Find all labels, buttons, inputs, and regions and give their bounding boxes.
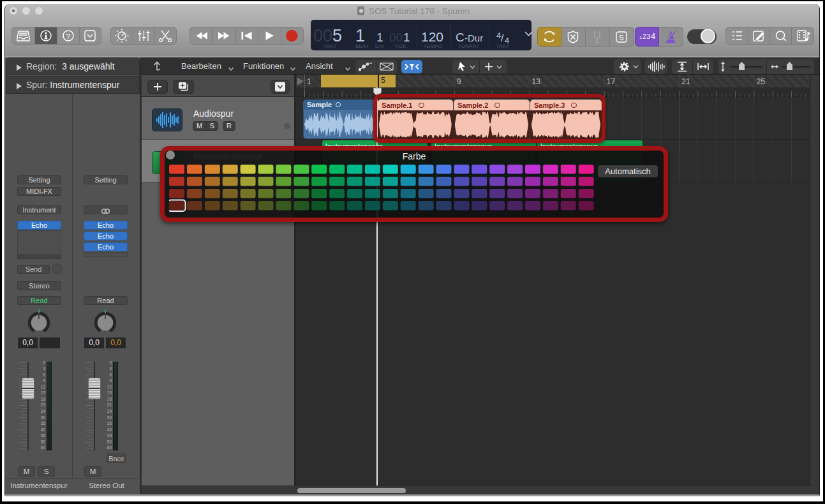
svg-text:24: 24 [107, 409, 112, 413]
svg-text:21: 21 [681, 77, 690, 86]
svg-text:25: 25 [756, 77, 765, 86]
svg-text:35: 35 [107, 421, 112, 426]
svg-text:S: S [619, 34, 623, 41]
svg-text:30: 30 [107, 415, 112, 420]
svg-text:60: 60 [41, 445, 46, 450]
svg-text:15: 15 [41, 390, 46, 395]
svg-text:C: C [456, 31, 465, 44]
svg-text:6: 6 [43, 373, 45, 377]
svg-text:1: 1 [403, 31, 410, 44]
svg-text:/: / [501, 33, 504, 43]
svg-text:5: 5 [332, 26, 342, 45]
svg-text:-Dur: -Dur [465, 33, 483, 43]
svg-text:50: 50 [41, 440, 46, 444]
svg-text:3: 3 [109, 366, 112, 371]
svg-text:6: 6 [109, 373, 112, 377]
svg-text:0: 0 [109, 361, 112, 365]
svg-text:4: 4 [651, 31, 655, 41]
svg-text:12: 12 [41, 385, 46, 389]
svg-text:18: 18 [107, 397, 112, 401]
svg-text:50: 50 [107, 440, 112, 444]
svg-text:9: 9 [109, 378, 112, 383]
svg-text:24: 24 [41, 409, 46, 413]
svg-text:21: 21 [107, 403, 112, 407]
svg-text:TICK: TICK [394, 43, 406, 49]
svg-text:21: 21 [41, 403, 46, 407]
svg-text:40: 40 [107, 427, 112, 432]
svg-text:9: 9 [43, 378, 45, 383]
svg-text:TEMPO: TEMPO [424, 43, 442, 49]
svg-text:35: 35 [41, 421, 46, 426]
svg-text:1: 1 [376, 31, 383, 44]
svg-text:1: 1 [355, 26, 365, 45]
svg-text:TAKT: TAKT [496, 43, 510, 49]
svg-text:00: 00 [313, 26, 332, 45]
svg-text:12: 12 [107, 385, 112, 389]
svg-text:45: 45 [107, 433, 112, 438]
svg-text:1: 1 [307, 77, 311, 86]
svg-text:120: 120 [421, 29, 443, 44]
svg-text:TAKT: TAKT [323, 43, 337, 49]
svg-text:18: 18 [41, 397, 46, 401]
svg-text:60: 60 [107, 445, 112, 450]
svg-text:BEAT: BEAT [355, 43, 369, 49]
svg-text:45: 45 [41, 433, 46, 438]
svg-text:?: ? [66, 33, 70, 40]
svg-text:3: 3 [646, 33, 650, 40]
svg-text:15: 15 [107, 390, 112, 395]
svg-text:0: 0 [43, 361, 45, 365]
svg-text:40: 40 [41, 427, 46, 432]
svg-text:13: 13 [531, 77, 540, 86]
svg-text:30: 30 [41, 415, 46, 420]
svg-text:9: 9 [457, 77, 461, 86]
svg-text:17: 17 [607, 77, 616, 86]
svg-text:00: 00 [389, 31, 403, 44]
svg-text:DIV: DIV [375, 43, 384, 49]
svg-text:3: 3 [43, 366, 45, 371]
svg-text:TONART: TONART [458, 43, 480, 49]
